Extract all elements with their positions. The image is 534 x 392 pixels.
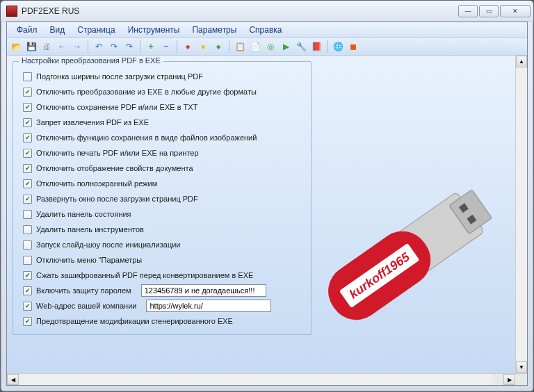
checkbox-label[interactable]: Запуск слайд-шоу после инициализации xyxy=(36,240,181,249)
option-row: Отключить печать PDF и/или EXE на принте… xyxy=(23,145,301,161)
svg-rect-2 xyxy=(459,203,469,213)
checkbox[interactable] xyxy=(23,149,32,158)
checkbox[interactable] xyxy=(23,317,32,326)
close-button[interactable]: ✕ xyxy=(500,5,531,17)
window-title: PDF2EXE RUS xyxy=(22,6,458,16)
checkbox[interactable] xyxy=(23,256,32,265)
option-row: Удалить панель состояния xyxy=(23,206,301,222)
checkbox-label[interactable]: Отключить функцию сохранения в виде файл… xyxy=(36,133,257,142)
svg-rect-0 xyxy=(382,192,485,284)
open-icon[interactable]: 📂 xyxy=(10,40,22,53)
option-row: Web-адрес вашей компании xyxy=(23,298,301,313)
undo-icon[interactable]: ↶ xyxy=(92,40,105,53)
checkbox[interactable] xyxy=(23,118,32,127)
option-row: Включить защиту паролем xyxy=(23,283,301,298)
option-row: Подгонка ширины после загрузки страниц P… xyxy=(23,69,301,84)
checkbox-label[interactable]: Отключить печать PDF и/или EXE на принте… xyxy=(36,149,199,157)
option-row: Сжать зашифрованный PDF перед конвертиро… xyxy=(23,268,301,283)
toolbar: 📂 💾 🖨 ← → ↶ ↷ ↷ ＋ － ● ● ● 📋 📄 ◎ ▶ 🔧 📕 🌐 xyxy=(7,38,527,56)
red-dot-icon[interactable]: ● xyxy=(181,40,194,53)
option-input[interactable] xyxy=(146,300,271,312)
next-icon[interactable]: ▶ xyxy=(280,40,292,53)
checkbox-label[interactable]: Удалить панель инструментов xyxy=(36,225,144,234)
settings-groupbox: Настройки преобразования PDF в EXE Подго… xyxy=(13,61,312,335)
title-bar[interactable]: PDF2EXE RUS — ▭ ✕ xyxy=(1,1,533,22)
option-row: Отключить преобразование из EXE в любые … xyxy=(23,84,301,99)
forward-icon[interactable]: → xyxy=(71,40,83,53)
options-list: Подгонка ширины после загрузки страниц P… xyxy=(23,69,301,329)
groupbox-title: Настройки преобразования PDF в EXE xyxy=(19,56,163,65)
checkbox-label[interactable]: Отключить преобразование из EXE в любые … xyxy=(36,88,257,96)
checkbox[interactable] xyxy=(23,225,32,234)
scroll-down-icon[interactable]: ▼ xyxy=(516,361,527,373)
option-input[interactable] xyxy=(141,284,266,297)
window-controls: — ▭ ✕ xyxy=(458,5,531,17)
redo-icon[interactable]: ↷ xyxy=(108,40,120,53)
yellow-dot-icon[interactable]: ● xyxy=(197,40,209,53)
globe-icon[interactable]: 🌐 xyxy=(332,40,344,53)
app-window: PDF2EXE RUS — ▭ ✕ Файл Вид Страница Инст… xyxy=(0,0,534,392)
horizontal-scrollbar[interactable]: ◀ ▶ xyxy=(7,373,527,385)
scroll-track[interactable] xyxy=(19,374,492,385)
separator-icon xyxy=(229,40,229,53)
checkbox[interactable] xyxy=(23,271,32,280)
doc-icon[interactable]: 📄 xyxy=(249,40,261,53)
option-row: Удалить панель инструментов xyxy=(23,222,301,237)
menu-page[interactable]: Страница xyxy=(72,24,120,36)
separator-icon xyxy=(327,40,327,53)
usb-brand-text: kurkoff1965 xyxy=(347,250,413,302)
checkbox[interactable] xyxy=(23,88,32,97)
menu-view[interactable]: Вид xyxy=(44,24,71,36)
copy-icon[interactable]: 📋 xyxy=(234,40,246,53)
green-dot-icon[interactable]: ● xyxy=(212,40,225,53)
back-icon[interactable]: ← xyxy=(56,40,68,53)
checkbox-label[interactable]: Запрет извлечения PDF из EXE xyxy=(36,118,149,126)
vertical-scrollbar[interactable]: ▲ ▼ xyxy=(515,56,527,373)
scroll-up-icon[interactable]: ▲ xyxy=(516,56,527,67)
checkbox-label[interactable]: Включить защиту паролем xyxy=(36,286,131,295)
save-icon[interactable]: 💾 xyxy=(25,40,38,53)
checkbox[interactable] xyxy=(23,302,32,311)
menu-help[interactable]: Справка xyxy=(243,24,287,36)
redo2-icon[interactable]: ↷ xyxy=(123,40,136,53)
checkbox-label[interactable]: Отключить полноэкранный режим xyxy=(36,179,157,188)
stop-icon[interactable]: ◼ xyxy=(347,40,359,53)
print-icon[interactable]: 🖨 xyxy=(40,40,53,53)
wrench-icon[interactable]: 🔧 xyxy=(295,40,307,53)
scroll-left-icon[interactable]: ◀ xyxy=(7,374,19,385)
scroll-right-icon[interactable]: ▶ xyxy=(503,374,515,385)
target-icon[interactable]: ◎ xyxy=(264,40,277,53)
svg-rect-6 xyxy=(339,243,420,308)
checkbox[interactable] xyxy=(23,286,32,295)
minimize-button[interactable]: — xyxy=(458,5,478,17)
checkbox-label[interactable]: Web-адрес вашей компании xyxy=(36,302,136,310)
plus-icon[interactable]: ＋ xyxy=(145,40,157,53)
checkbox[interactable] xyxy=(23,103,32,112)
scroll-track[interactable] xyxy=(516,67,527,361)
checkbox[interactable] xyxy=(23,179,32,188)
checkbox[interactable] xyxy=(23,240,32,250)
checkbox[interactable] xyxy=(23,164,32,173)
checkbox-label[interactable]: Предотвращение модификации сгенерированн… xyxy=(36,317,233,325)
minus-icon[interactable]: － xyxy=(160,40,172,53)
option-row: Развернуть окно после загрузки страниц P… xyxy=(23,191,301,206)
checkbox-label[interactable]: Подгонка ширины после загрузки страниц P… xyxy=(36,72,203,81)
option-row: Предотвращение модификации сгенерированн… xyxy=(23,313,301,329)
checkbox-label[interactable]: Отключить меню "Параметры xyxy=(36,256,142,264)
book-icon[interactable]: 📕 xyxy=(310,40,323,53)
checkbox[interactable] xyxy=(23,195,32,204)
checkbox[interactable] xyxy=(23,72,32,81)
separator-icon xyxy=(88,40,88,53)
maximize-button[interactable]: ▭ xyxy=(479,5,499,17)
checkbox-label[interactable]: Отключить отображение свойств документа xyxy=(36,164,193,172)
menu-params[interactable]: Параметры xyxy=(186,24,242,36)
checkbox[interactable] xyxy=(23,133,32,142)
menu-tools[interactable]: Инструменты xyxy=(122,24,186,36)
checkbox-label[interactable]: Развернуть окно после загрузки страниц P… xyxy=(36,195,198,203)
checkbox[interactable] xyxy=(23,210,32,219)
checkbox-label[interactable]: Сжать зашифрованный PDF перед конвертиро… xyxy=(36,271,253,279)
menu-file[interactable]: Файл xyxy=(11,24,43,36)
checkbox-label[interactable]: Отключить сохранение PDF и/или EXE в TXT xyxy=(36,103,197,111)
app-icon xyxy=(6,6,17,17)
checkbox-label[interactable]: Удалить панель состояния xyxy=(36,210,131,218)
